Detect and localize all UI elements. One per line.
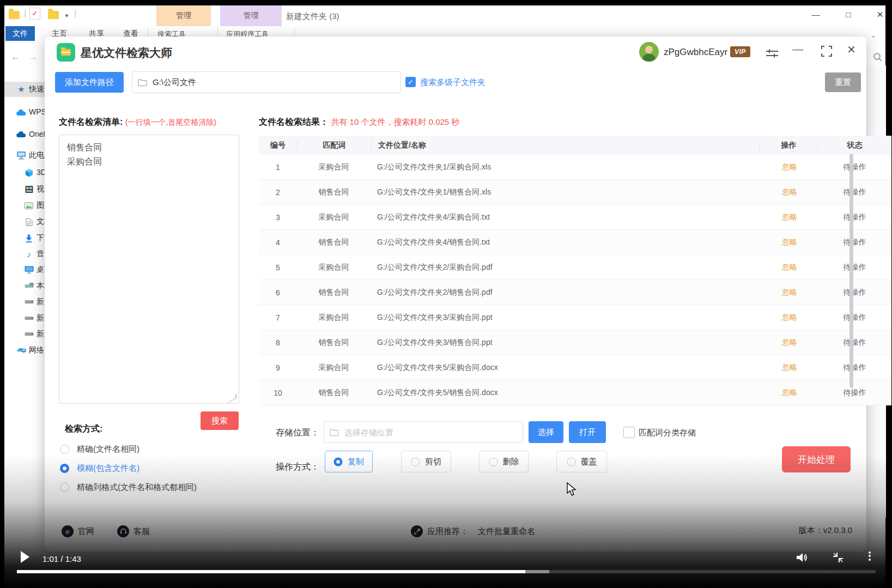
ignore-link[interactable]: 忽略 (782, 338, 797, 347)
user-name: zPgGwbhcEayr (664, 47, 727, 58)
row-file-path: G:/公司文件/文件夹3/销售合同.ppt (371, 338, 761, 348)
subfolder-checkbox-label[interactable]: 搜索多级子文件夹 (420, 77, 486, 88)
ignore-link[interactable]: 忽略 (782, 187, 797, 196)
network-icon (16, 345, 26, 355)
divider: | (24, 9, 26, 19)
op-option-cut[interactable]: 剪切 (401, 451, 451, 472)
ignore-link[interactable]: 忽略 (782, 213, 797, 221)
search-list-header: 文件名检索清单: (一行填一个,首尾空格清除) (59, 117, 216, 128)
ignore-link[interactable]: 忽略 (782, 263, 797, 271)
properties-check-icon[interactable]: ✓ (29, 8, 40, 20)
mode-option-exact-format[interactable]: 精确到格式(文件名和格式都相同) (60, 482, 197, 493)
quick-access-folder-icon[interactable] (9, 11, 20, 19)
row-status: 待操作 (818, 162, 891, 172)
row-file-path: G:/公司文件/文件夹2/采购合同.pdf (371, 263, 761, 272)
footer-recommend-app[interactable]: 文件批量重命名 (478, 526, 535, 537)
app-close-button[interactable]: ✕ (847, 43, 856, 56)
classify-checkbox-label[interactable]: 匹配词分类存储 (639, 428, 696, 438)
new-folder-icon[interactable] (48, 11, 59, 19)
play-button[interactable] (21, 551, 29, 563)
col-path: 文件位置/名称 (372, 141, 760, 150)
row-number: 10 (259, 389, 297, 397)
ignore-link[interactable]: 忽略 (782, 288, 797, 296)
drive-icon (24, 313, 34, 323)
op-option-delete[interactable]: 删除 (479, 451, 529, 472)
ignore-link[interactable]: 忽略 (782, 388, 797, 397)
ribbon-collapse-chevron-icon[interactable]: ⌄ (871, 32, 876, 39)
explorer-close-button[interactable]: ✕ (871, 10, 889, 20)
op-option-overwrite[interactable]: 覆盖 (556, 451, 607, 472)
select-button[interactable]: 选择 (529, 421, 563, 443)
radio-icon (567, 457, 575, 466)
ignore-link[interactable]: 忽略 (782, 313, 797, 322)
search-icon[interactable] (873, 52, 883, 64)
radio-icon (333, 457, 342, 466)
video-progress-bar[interactable] (17, 570, 876, 573)
result-row: 1 采购合同 G:/公司文件/文件夹1/采购合同.xls 忽略 待操作 (259, 155, 891, 180)
storage-input-wrap (324, 421, 523, 443)
footer-recommend[interactable]: 应用推荐： 文件批量重命名 (411, 525, 535, 537)
settings-sliders-icon[interactable] (765, 47, 779, 63)
doc-icon (24, 217, 34, 227)
subfolder-checkbox[interactable]: ✓ (405, 77, 416, 87)
radio-icon (411, 457, 420, 466)
search-button[interactable]: 搜索 (201, 411, 239, 430)
qat-dropdown-icon[interactable]: ▼ (64, 13, 69, 19)
cube-icon (24, 168, 34, 178)
result-row: 5 采购合同 G:/公司文件/文件夹2/采购合同.pdf 忽略 待操作 (259, 255, 891, 280)
result-row: 2 销售合同 G:/公司文件/文件夹1/销售合同.xls 忽略 待操作 (259, 180, 891, 205)
tab-manage-app-tools[interactable]: 管理 (220, 5, 282, 26)
storage-label: 存储位置： (276, 427, 319, 439)
back-button[interactable]: ← (11, 52, 20, 63)
mode-option-fuzzy[interactable]: 模糊(包含文件名) (60, 463, 139, 474)
ignore-link[interactable]: 忽略 (782, 162, 797, 171)
results-label: 文件名检索结果： (259, 117, 329, 126)
footer-support[interactable]: 客服 (117, 525, 150, 537)
cloud-wps-icon (16, 107, 26, 117)
footer-website[interactable]: e 官网 (62, 525, 94, 537)
explorer-minimize-button[interactable]: — (806, 10, 825, 19)
row-number: 4 (259, 238, 297, 247)
row-match-word: 销售合同 (297, 388, 371, 398)
results-table: 编号 匹配词 文件位置/名称 操作 状态 1 采购合同 G:/公司文件/文件夹1… (259, 136, 891, 405)
result-row: 3 采购合同 G:/公司文件/文件夹4/采购合同.txt 忽略 待操作 (259, 205, 891, 230)
result-row: 7 采购合同 G:/公司文件/文件夹3/采购合同.ppt 忽略 待操作 (259, 305, 891, 330)
volume-icon[interactable] (794, 550, 809, 567)
app-fullscreen-icon[interactable] (821, 45, 833, 59)
op-option-copy[interactable]: 复制 (325, 451, 373, 472)
add-path-button[interactable]: 添加文件路径 (55, 72, 124, 93)
storage-input[interactable] (343, 427, 517, 438)
support-headset-icon (117, 525, 129, 537)
tab-file[interactable]: 文件 (5, 26, 35, 41)
app-minimize-button[interactable]: — (792, 43, 803, 56)
start-process-button[interactable]: 开始处理 (782, 446, 851, 472)
folder-icon (138, 80, 147, 86)
user-avatar[interactable] (639, 42, 659, 62)
app-title: 星优文件检索大师 (81, 45, 172, 60)
row-match-word: 采购合同 (297, 363, 371, 373)
mode-option-exact[interactable]: 精确(文件名相同) (60, 444, 139, 454)
keyword-list-textarea[interactable]: 销售合同 采购合同 (59, 135, 239, 404)
reset-button[interactable]: 重置 (825, 72, 861, 92)
open-button[interactable]: 打开 (569, 421, 606, 443)
kebab-menu-icon[interactable] (869, 550, 871, 562)
tab-manage-search-tools[interactable]: 管理 (156, 5, 211, 26)
divider: | (74, 9, 76, 19)
row-number: 3 (259, 213, 297, 222)
forward-button[interactable]: → (28, 52, 38, 63)
results-scrollbar[interactable] (849, 154, 853, 388)
film-icon (24, 184, 34, 194)
miniplayer-icon[interactable] (832, 551, 845, 566)
row-status: 待操作 (818, 238, 891, 247)
row-file-path: G:/公司文件/文件夹1/销售合同.xls (371, 187, 761, 197)
row-file-path: G:/公司文件/文件夹4/销售合同.txt (371, 238, 761, 247)
classify-checkbox[interactable] (623, 427, 635, 438)
radio-icon (60, 445, 69, 454)
path-input-wrap (132, 71, 401, 93)
path-input[interactable] (151, 77, 395, 88)
ignore-link[interactable]: 忽略 (782, 363, 797, 372)
ignore-link[interactable]: 忽略 (782, 238, 797, 246)
search-mode-label: 检索方式: (65, 423, 102, 435)
explorer-maximize-button[interactable]: □ (839, 10, 858, 19)
row-status: 待操作 (818, 363, 891, 373)
